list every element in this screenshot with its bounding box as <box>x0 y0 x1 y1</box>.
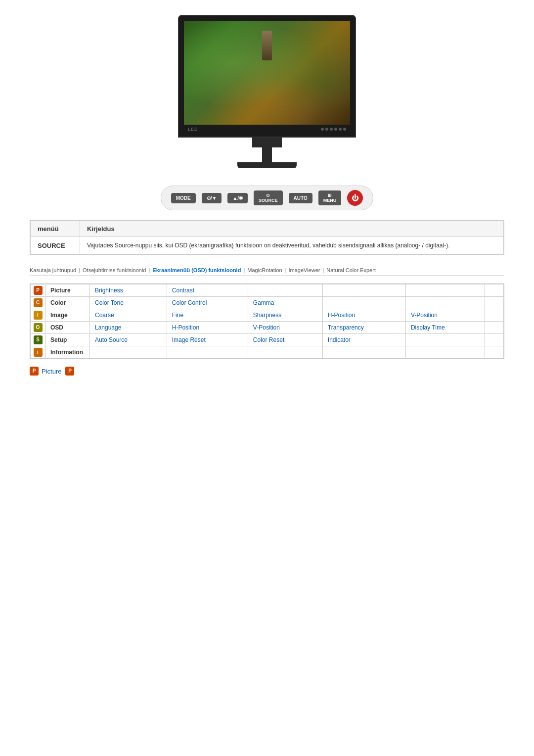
nav-sep-4: | <box>285 267 286 273</box>
menu-item-4-4 <box>405 334 485 346</box>
menu-item-1-3 <box>322 297 405 309</box>
controls-section: MODE ⊙/▼ ▲/✱ ⊙SOURCE AUTO ⊞MENU ⏻ <box>0 186 534 210</box>
nav-sep-5: | <box>322 267 324 273</box>
menu-item-2-4[interactable]: V-Position <box>405 309 485 322</box>
nav-link-juhtnupud[interactable]: Kasutaja juhtnupud <box>30 267 76 273</box>
nav-link-otse[interactable]: Otsejuhtimise funktsioonid <box>83 267 146 273</box>
menu-item-1-2[interactable]: Gamma <box>248 297 322 309</box>
source-label: SOURCE <box>31 237 80 254</box>
menu-item-5-1 <box>167 346 248 359</box>
menu-item-1-4 <box>405 297 485 309</box>
info-table-section: menüü Kirjeldus SOURCE Vajutades Source-… <box>30 220 504 255</box>
menu-label-image[interactable]: Image <box>45 309 90 322</box>
osd-menu-row: IImageCoarseFineSharpnessH-PositionV-Pos… <box>31 309 504 322</box>
menu-icon-setup: S <box>34 335 43 344</box>
menu-item-2-0[interactable]: Coarse <box>90 309 167 322</box>
menu-item-1-0[interactable]: Color Tone <box>90 297 167 309</box>
menu-label-setup[interactable]: Setup <box>45 334 90 346</box>
nav-sep-2: | <box>148 267 150 273</box>
menu-item-4-5 <box>485 334 504 346</box>
monitor-body: LED <box>178 15 356 138</box>
menu-item-2-1[interactable]: Fine <box>167 309 248 322</box>
menu-item-2-5 <box>485 309 504 322</box>
menu-item-3-3[interactable]: Transparency <box>322 322 405 334</box>
monitor-bezel-bottom: LED <box>184 125 350 134</box>
table-row: SOURCE Vajutades Source-nuppu siis, kui … <box>31 237 504 254</box>
menu-item-4-0[interactable]: Auto Source <box>90 334 167 346</box>
menu-item-0-1[interactable]: Contrast <box>167 284 248 297</box>
menu-item-3-4[interactable]: Display Time <box>405 322 485 334</box>
monitor-stand-base <box>237 162 297 168</box>
menu-icon-information: i <box>34 348 43 357</box>
nav-bar: Kasutaja juhtnupud | Otsejuhtimise funkt… <box>30 267 504 276</box>
menu-item-3-0[interactable]: Language <box>90 322 167 334</box>
auto-button[interactable]: AUTO <box>289 193 312 203</box>
menu-icon-cell: S <box>31 334 45 346</box>
menu-icon-image: I <box>34 311 43 320</box>
monitor-wrapper: LED <box>178 15 356 168</box>
bezel-btn-2 <box>325 128 328 131</box>
monitor-screen <box>184 21 350 125</box>
osd-menu-row: CColorColor ToneColor ControlGamma <box>31 297 504 309</box>
menu-item-2-2[interactable]: Sharpness <box>248 309 322 322</box>
menu-item-4-3[interactable]: Indicator <box>322 334 405 346</box>
dial-button[interactable]: ⊙/▼ <box>202 193 222 203</box>
power-button[interactable]: ⏻ <box>347 190 363 206</box>
menu-item-5-5 <box>485 346 504 359</box>
menu-icon-picture: P <box>34 286 43 295</box>
menu-icon-cell: C <box>31 297 45 309</box>
menu-label-information[interactable]: Information <box>45 346 90 359</box>
menu-label-color[interactable]: Color <box>45 297 90 309</box>
source-button[interactable]: ⊙SOURCE <box>254 190 283 205</box>
menu-icon-color: C <box>34 298 43 307</box>
menu-item-1-1[interactable]: Color Control <box>167 297 248 309</box>
monitor-bezel-buttons <box>321 128 346 131</box>
osd-menu-row: PPictureBrightnessContrast <box>31 284 504 297</box>
menu-item-5-0 <box>90 346 167 359</box>
mode-button[interactable]: MODE <box>171 193 196 203</box>
menu-item-0-2 <box>248 284 322 297</box>
updown-button[interactable]: ▲/✱ <box>227 193 248 203</box>
menu-item-4-2[interactable]: Color Reset <box>248 334 322 346</box>
menu-item-3-2[interactable]: V-Position <box>248 322 322 334</box>
menu-item-1-5 <box>485 297 504 309</box>
nav-sep-3: | <box>243 267 245 273</box>
menu-icon-cell: O <box>31 322 45 334</box>
osd-menu-table: PPictureBrightnessContrastCColorColor To… <box>30 284 504 359</box>
picture-link-section: P Picture P <box>30 367 504 376</box>
osd-menu-row: OOSDLanguageH-PositionV-PositionTranspar… <box>31 322 504 334</box>
osd-menu-row: SSetupAuto SourceImage ResetColor ResetI… <box>31 334 504 346</box>
menu-item-4-1[interactable]: Image Reset <box>167 334 248 346</box>
menu-item-5-3 <box>322 346 405 359</box>
picture-link[interactable]: Picture <box>42 368 61 375</box>
nav-link-magic[interactable]: MagicRotation <box>247 267 282 273</box>
nav-sep-1: | <box>79 267 80 273</box>
menu-button[interactable]: ⊞MENU <box>318 190 342 205</box>
source-description: Vajutades Source-nuppu siis, kui OSD (ek… <box>80 237 504 254</box>
menu-icon-cell: i <box>31 346 45 359</box>
controls-bar: MODE ⊙/▼ ▲/✱ ⊙SOURCE AUTO ⊞MENU ⏻ <box>161 186 374 210</box>
menu-item-0-5 <box>485 284 504 297</box>
nav-link-imageviewer[interactable]: ImageViewer <box>288 267 320 273</box>
bezel-btn-1 <box>321 128 324 131</box>
menu-icon-cell: P <box>31 284 45 297</box>
menu-item-0-4 <box>405 284 485 297</box>
osd-table-section: PPictureBrightnessContrastCColorColor To… <box>30 284 504 359</box>
menu-label-osd[interactable]: OSD <box>45 322 90 334</box>
menu-icon-osd: O <box>34 323 43 332</box>
bezel-btn-5 <box>339 128 342 131</box>
info-table: menüü Kirjeldus SOURCE Vajutades Source-… <box>30 221 504 254</box>
osd-menu-row: iInformation <box>31 346 504 359</box>
menu-label-picture[interactable]: Picture <box>45 284 90 297</box>
bezel-btn-6 <box>343 128 346 131</box>
nav-link-osd[interactable]: Ekraanimenüü (OSD) funktsioonid <box>152 267 241 273</box>
picture-small-icon: P <box>30 367 39 376</box>
bezel-btn-3 <box>330 128 333 131</box>
monitor-brand: LED <box>188 127 198 132</box>
menu-item-0-0[interactable]: Brightness <box>90 284 167 297</box>
monitor-section: LED <box>0 0 534 178</box>
menu-item-3-1[interactable]: H-Position <box>167 322 248 334</box>
menu-item-2-3[interactable]: H-Position <box>322 309 405 322</box>
monitor-stand-pole <box>262 147 272 162</box>
nav-link-natural[interactable]: Natural Color Expert <box>326 267 376 273</box>
